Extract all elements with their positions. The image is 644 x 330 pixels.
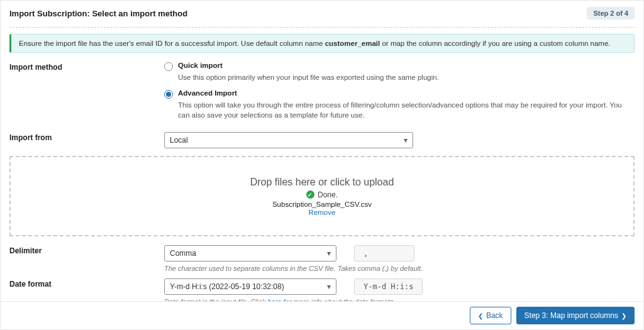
next-button[interactable]: Step 3: Map import columns ❯ <box>516 307 635 324</box>
chevron-down-icon: ▾ <box>327 249 331 258</box>
label-date-format: Date format <box>9 278 164 289</box>
chevron-down-icon: ▾ <box>404 136 408 145</box>
import-from-value: Local <box>170 136 188 145</box>
date-format-select[interactable]: Y-m-d H:i:s (2022-05-19 10:32:08) ▾ <box>164 278 336 295</box>
import-from-select[interactable]: Local ▾ <box>164 132 413 148</box>
date-format-preview: Y-m-d H:i:s <box>354 278 423 295</box>
page-title: Import Subscription: Select an import me… <box>9 9 187 18</box>
uploaded-filename: Subscription_Sample_CSV.csv <box>272 201 372 208</box>
step-indicator: Step 2 of 4 <box>587 7 635 19</box>
file-dropzone[interactable]: Drop files here or click to upload ✓ Don… <box>9 156 635 236</box>
delimiter-hint: The character used to separate columns i… <box>164 265 635 272</box>
date-format-value: Y-m-d H:i:s (2022-05-19 10:32:08) <box>170 282 284 291</box>
radio-quick-import[interactable] <box>164 62 173 71</box>
delimiter-value: Comma <box>170 249 196 258</box>
dropzone-title: Drop files here or click to upload <box>250 177 394 188</box>
chevron-left-icon: ❮ <box>478 312 483 319</box>
radio-advanced-import[interactable] <box>164 90 173 99</box>
quick-import-title: Quick import <box>178 62 223 69</box>
chevron-down-icon: ▾ <box>327 282 331 291</box>
remove-file-link[interactable]: Remove <box>309 209 336 216</box>
check-icon: ✓ <box>306 190 314 199</box>
label-import-method: Import method <box>9 62 164 72</box>
footer-bar: ❮ Back Step 3: Map import columns ❯ <box>1 301 643 329</box>
notice-text-post: or map the column accordingly if you are… <box>380 40 610 47</box>
info-notice: Ensure the import file has the user's em… <box>9 34 635 53</box>
chevron-right-icon: ❯ <box>621 312 626 319</box>
notice-text-pre: Ensure the import file has the user's em… <box>19 40 325 47</box>
quick-import-desc: Use this option primarily when your inpu… <box>178 72 635 83</box>
notice-bold: customer_email <box>325 40 380 47</box>
upload-done-text: Done. <box>318 190 338 199</box>
next-button-label: Step 3: Map import columns <box>525 311 618 320</box>
divider <box>9 27 635 28</box>
back-button[interactable]: ❮ Back <box>470 307 511 324</box>
delimiter-select[interactable]: Comma ▾ <box>164 245 336 261</box>
label-import-from: Import from <box>9 132 164 142</box>
delimiter-preview: , <box>354 245 414 261</box>
advanced-import-desc: This option will take you through the en… <box>178 100 635 121</box>
advanced-import-title: Advanced Import <box>178 89 237 97</box>
back-button-label: Back <box>486 311 503 320</box>
label-delimiter: Delimiter <box>9 245 164 255</box>
